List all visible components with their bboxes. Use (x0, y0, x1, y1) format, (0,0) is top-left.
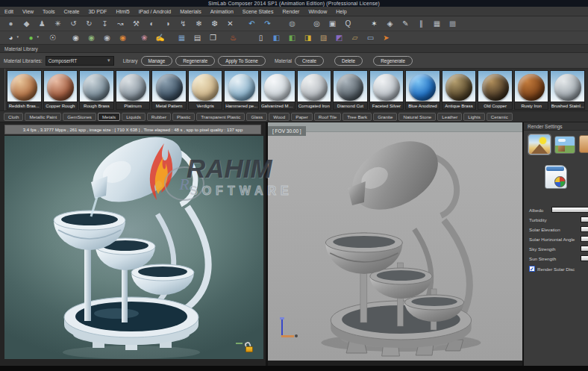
material-tile[interactable]: Platinum (116, 70, 151, 110)
snowflake-icon[interactable]: ❄ (191, 16, 207, 31)
menu-item[interactable]: Html5 (111, 7, 134, 16)
menu-item[interactable]: Animation (206, 7, 238, 16)
rose-icon[interactable]: ❀ (137, 31, 152, 44)
material-category-tab[interactable]: Roof Tile (314, 113, 341, 121)
menu-item[interactable]: Tools (38, 7, 59, 16)
solar-elevation-field[interactable] (581, 226, 588, 232)
texture-icon[interactable]: ▨ (316, 31, 331, 44)
delete-icon[interactable]: ✕ (222, 16, 238, 31)
material-tile[interactable]: Metal Pattern (151, 70, 187, 110)
clamp-tool-icon[interactable]: ⚒ (128, 16, 144, 31)
photo-cards-icon[interactable]: ❐ (205, 31, 221, 44)
albedo-field[interactable] (551, 207, 588, 213)
material-tile[interactable]: Antique Brass (442, 70, 477, 110)
pen-tool-icon[interactable]: ✎ (398, 16, 413, 31)
sun-sky-mode-icon[interactable] (528, 134, 551, 155)
apply-to-scene-button[interactable]: Apply To Scene (218, 56, 266, 66)
menu-item[interactable]: Create (59, 7, 84, 16)
image-dark-tool-icon[interactable]: ▩ (445, 16, 460, 31)
camera-menu-icon[interactable]: ◕▾ (3, 31, 19, 44)
hand-paint-icon[interactable]: ✍ (152, 31, 168, 44)
material-tile[interactable]: Galvanized Metal (260, 70, 295, 110)
bulb-icon[interactable]: ☉ (45, 31, 60, 44)
box-tool-icon[interactable]: ◆ (19, 16, 34, 31)
hdr-mode-icon[interactable] (579, 135, 588, 153)
rotate-cw-icon[interactable]: ↻ (81, 16, 97, 31)
lightning-pick-icon[interactable]: ↯ (175, 16, 191, 31)
model-scene[interactable]: [ FOV 30.00 ] (268, 122, 522, 361)
material-category-tab[interactable]: Liquids (122, 113, 146, 121)
material-tile[interactable]: Rusty Iron (514, 70, 549, 110)
fish-icon[interactable]: ➤ (378, 31, 394, 44)
menu-item[interactable]: 3D PDF (84, 7, 111, 16)
material-category-tab[interactable]: Tree Bark (343, 113, 372, 121)
material-tile[interactable]: Blue Anodized (405, 70, 440, 110)
solar-horizontal-angle-field[interactable] (581, 236, 588, 242)
monitor-icon[interactable]: ▭ (363, 31, 378, 44)
photo-stack-icon[interactable]: ▤ (190, 31, 205, 44)
material-category-tab[interactable]: Transparent Plastic (196, 113, 245, 121)
material-category-tab[interactable]: Natural Stone (398, 113, 436, 121)
zoom-view-icon[interactable]: Q (340, 16, 356, 31)
sun-strength-field[interactable] (581, 255, 588, 261)
environment-mode-icon[interactable] (554, 136, 575, 154)
export-yellow-icon[interactable]: ◨ (300, 31, 316, 44)
camera-sphere-icon[interactable]: ◎ (309, 16, 325, 31)
menu-item[interactable]: iPad / Android (134, 7, 176, 16)
sky-strength-field[interactable] (581, 246, 588, 252)
rotate-ccw-icon[interactable]: ↺ (66, 16, 81, 31)
material-category-tab[interactable]: Plastic (172, 113, 195, 121)
diamond-tool-icon[interactable]: ◈ (382, 16, 398, 31)
menu-item[interactable]: Render (278, 7, 304, 16)
material-category-tab[interactable]: GemStones (63, 113, 96, 121)
sphere-tool-icon[interactable]: ● (3, 16, 19, 31)
film-globe-icon[interactable]: ◉ (68, 31, 84, 44)
render-viewport[interactable]: 3.4 fps , 3.3777 Mpps , 261 spp , image … (0, 122, 266, 366)
menu-item[interactable]: Help (331, 7, 351, 16)
material-tile[interactable]: Reddish Bras... (7, 70, 42, 110)
lock-view-icon[interactable]: ▣ (325, 16, 340, 31)
material-category-tab[interactable]: Granite (373, 113, 397, 121)
material-tile[interactable]: Copper Rough (43, 70, 78, 110)
snap-grid-icon[interactable]: ✳ (50, 16, 66, 31)
material-category-tab[interactable]: Cloth (4, 113, 23, 121)
material-category-tab[interactable]: Metals (98, 113, 120, 121)
material-category-tab[interactable]: Leather (437, 113, 462, 121)
snowflake-2-icon[interactable]: ❆ (207, 16, 222, 31)
material-tile[interactable]: Hammered pe... (224, 70, 259, 110)
drop-floor-icon[interactable]: ↧ (97, 16, 113, 31)
material-category-tab[interactable]: Ceramic (487, 113, 513, 121)
location-pin-icon[interactable]: ●▾ (23, 31, 39, 44)
model-viewport[interactable]: [ FOV 30.00 ] (266, 122, 522, 366)
material-category-tab[interactable]: Lights (463, 113, 485, 121)
material-category-tab[interactable]: Metallic Paint (25, 113, 61, 121)
figure-tool-icon[interactable]: ♟ (34, 16, 50, 31)
menu-item[interactable]: Materials (175, 7, 205, 16)
notes-icon[interactable]: ▯ (253, 31, 269, 44)
globe-gear-2-icon[interactable]: ◑ (160, 16, 175, 31)
material-tile[interactable]: Verdigris (188, 70, 223, 110)
import-blue-icon[interactable]: ◧ (269, 31, 284, 44)
create-button[interactable]: Create (295, 56, 324, 66)
menu-item[interactable]: Scene States (238, 7, 278, 16)
redo-icon[interactable]: ↷ (260, 16, 275, 31)
material-tile[interactable]: Rough Brass (79, 70, 114, 110)
material-tile[interactable]: Diamond Cut (333, 70, 368, 110)
regenerate-library-button[interactable]: Regenerate (175, 56, 215, 66)
material-category-tab[interactable]: Rubber (147, 113, 171, 121)
material-tile[interactable]: Old Copper (478, 70, 513, 110)
material-category-tab[interactable]: Wood (269, 113, 290, 121)
landscape-image-icon[interactable]: ▦ (174, 31, 190, 44)
material-tile[interactable]: Faceted Silver (369, 70, 404, 110)
globe-gear-icon[interactable]: ◐ (144, 16, 160, 31)
material-tile[interactable]: Corrugated Iron (297, 70, 332, 110)
sun-tool-icon[interactable]: ✶ (366, 16, 382, 31)
orange-globe-icon[interactable]: ◉ (115, 31, 131, 44)
material-category-tab[interactable]: Paper (291, 113, 313, 121)
material-library-dropdown[interactable]: ComposerRT ▼ (46, 56, 114, 66)
menu-item[interactable]: Window (304, 7, 331, 16)
flame-icon[interactable]: ♨ (225, 31, 241, 44)
unlock-icon[interactable] (245, 341, 254, 353)
material-tile[interactable]: Brushed Stainl... (550, 70, 585, 110)
turbidity-field[interactable] (581, 216, 588, 222)
